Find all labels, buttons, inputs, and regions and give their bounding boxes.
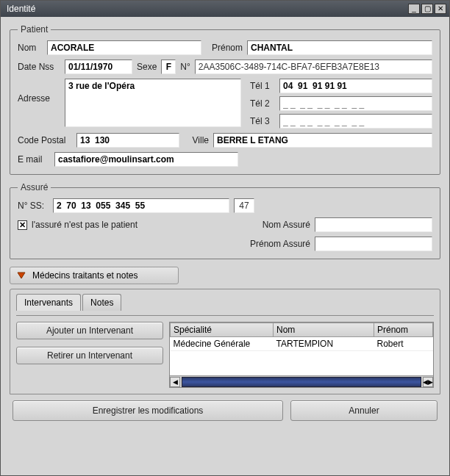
tel2-input[interactable] bbox=[279, 96, 432, 111]
not-patient-label: l'assuré n'est pas le patient bbox=[32, 220, 138, 230]
maximize-icon[interactable]: ▢ bbox=[421, 4, 433, 14]
window-controls: _ ▢ ✕ bbox=[408, 4, 446, 14]
tel3-label: Tél 3 bbox=[250, 116, 275, 126]
date-nss-input[interactable] bbox=[65, 60, 132, 74]
tel2-label: Tél 2 bbox=[250, 98, 275, 109]
ville-label: Ville bbox=[184, 135, 209, 145]
nss-input[interactable] bbox=[53, 198, 229, 213]
tab-intervenants[interactable]: Intervenants bbox=[16, 294, 81, 311]
not-patient-checkbox[interactable]: ✕ bbox=[18, 220, 27, 230]
num-label: N° bbox=[180, 62, 190, 72]
scroll-track[interactable] bbox=[182, 377, 421, 387]
cp-label: Code Postal bbox=[18, 135, 72, 145]
window-title: Identité bbox=[4, 4, 35, 14]
nom-assure-input[interactable] bbox=[315, 217, 432, 232]
email-input[interactable] bbox=[54, 152, 238, 167]
titlebar: Identité _ ▢ ✕ bbox=[1, 1, 449, 17]
notes-section-label: Médecins traitants et notes bbox=[32, 270, 138, 281]
identity-window: Identité _ ▢ ✕ Patient Nom Prénom Date N… bbox=[0, 0, 450, 476]
sexe-label: Sexe bbox=[137, 62, 157, 72]
sexe-input[interactable] bbox=[161, 60, 176, 74]
cell-spec: Médecine Générale bbox=[171, 337, 274, 351]
nss-key: 47 bbox=[234, 198, 254, 213]
adresse-label: Adresse bbox=[18, 79, 60, 104]
svg-marker-0 bbox=[18, 273, 25, 278]
col-prenom[interactable]: Prénom bbox=[374, 323, 433, 337]
footer-bar: Enregistrer les modifications Annuler bbox=[10, 400, 440, 421]
cp-input[interactable] bbox=[76, 133, 179, 148]
horizontal-scrollbar[interactable]: ◀ ◀▶ bbox=[170, 375, 433, 387]
assure-legend: Assuré bbox=[18, 182, 51, 192]
notes-section-header[interactable]: Médecins traitants et notes bbox=[10, 267, 179, 284]
intervenants-table: Spécialité Nom Prénom Médecine Générale … bbox=[169, 322, 434, 388]
table-row[interactable]: Médecine Générale TARTEMPION Robert bbox=[171, 337, 433, 351]
adresse-input[interactable] bbox=[65, 79, 241, 127]
scroll-right-icon[interactable]: ◀▶ bbox=[423, 377, 433, 387]
tab-notes[interactable]: Notes bbox=[82, 294, 121, 311]
col-nom[interactable]: Nom bbox=[274, 323, 374, 337]
content-area: Patient Nom Prénom Date Nss Sexe N° 2AA3… bbox=[1, 17, 449, 475]
tel3-input[interactable] bbox=[279, 114, 432, 129]
col-specialite[interactable]: Spécialité bbox=[171, 323, 274, 337]
close-icon[interactable]: ✕ bbox=[435, 4, 446, 14]
tel1-label: Tél 1 bbox=[250, 81, 275, 91]
remove-intervenant-button[interactable]: Retirer un Intervenant bbox=[16, 347, 163, 364]
ville-input[interactable] bbox=[213, 133, 432, 148]
nom-assure-label: Nom Assuré bbox=[243, 220, 310, 230]
scroll-left-icon[interactable]: ◀ bbox=[170, 377, 180, 387]
email-label: E mail bbox=[18, 154, 50, 165]
cell-nom: TARTEMPION bbox=[274, 337, 374, 351]
tel1-input[interactable] bbox=[279, 79, 432, 93]
patient-fieldset: Patient Nom Prénom Date Nss Sexe N° 2AA3… bbox=[10, 24, 440, 175]
tabs-panel: Intervenants Notes Ajouter un Intervenan… bbox=[10, 289, 440, 394]
prenom-input[interactable] bbox=[247, 40, 432, 55]
nom-input[interactable] bbox=[47, 40, 201, 55]
num-value: 2AA3506C-3489-714C-BFA7-6EFB3A7E8E13 bbox=[195, 60, 432, 74]
nss-label: N° SS: bbox=[18, 201, 49, 211]
prenom-assure-label: Prénom Assuré bbox=[243, 239, 310, 249]
save-button[interactable]: Enregistrer les modifications bbox=[12, 400, 283, 421]
prenom-label: Prénom bbox=[206, 43, 243, 53]
cell-prenom: Robert bbox=[374, 337, 433, 351]
add-intervenant-button[interactable]: Ajouter un Intervenant bbox=[16, 322, 163, 339]
minimize-icon[interactable]: _ bbox=[408, 4, 420, 14]
nom-label: Nom bbox=[18, 43, 43, 53]
triangle-down-icon bbox=[16, 271, 26, 280]
date-nss-label: Date Nss bbox=[18, 62, 60, 72]
cancel-button[interactable]: Annuler bbox=[290, 400, 438, 421]
patient-legend: Patient bbox=[18, 24, 51, 35]
prenom-assure-input[interactable] bbox=[315, 237, 432, 251]
assure-fieldset: Assuré N° SS: 47 ✕ l'assuré n'est pas le… bbox=[10, 182, 440, 259]
